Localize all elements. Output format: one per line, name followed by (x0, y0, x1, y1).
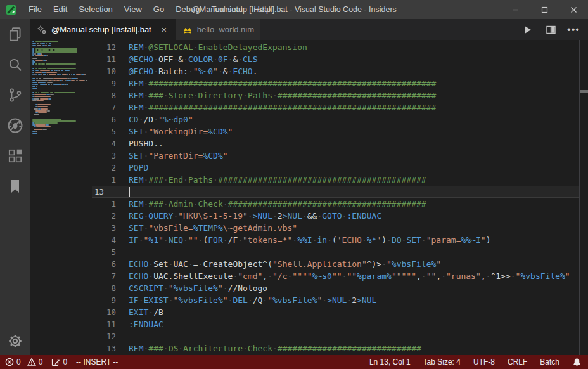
minimap-line-mark (71, 78, 77, 79)
code-line[interactable]: 13 (92, 186, 579, 198)
minimap-line-mark (32, 84, 34, 85)
code-text: SET·"WorkingDir=%CD%" (116, 126, 579, 138)
language-mode[interactable]: Batch (540, 358, 559, 366)
code-text (116, 186, 579, 198)
menu-item-edit[interactable]: Edit (48, 0, 73, 19)
code-line[interactable]: 10EXIT·/B (92, 306, 579, 318)
settings-button[interactable] (6, 332, 24, 350)
code-line[interactable]: 1REM·###·End·Paths·#####################… (92, 174, 579, 186)
bell-icon[interactable] (572, 358, 582, 367)
code-line[interactable]: 3SET·"vbsFile=%TEMP%\~getAdmin.vbs" (92, 222, 579, 234)
code-line[interactable]: 2REG·QUERY·"HKU\S-1-5-19"·>NUL·2>NUL·&&·… (92, 210, 579, 222)
minimap-line-mark (46, 63, 76, 65)
search-button[interactable] (6, 56, 24, 74)
debug-disabled-icon (6, 117, 24, 134)
minimap-line-mark (47, 55, 48, 56)
line-number: 9 (92, 77, 116, 89)
bookmark-icon (8, 179, 23, 194)
minimap-line-mark (32, 86, 35, 87)
tab-hello-world-nim[interactable]: hello_world.nim (176, 19, 260, 40)
code-line[interactable]: 12REM·@SETLOCAL·EnableDelayedExpansion (92, 41, 579, 53)
minimap-line-mark (35, 70, 39, 71)
code-line[interactable]: 6ECHO·Set·UAC·=·CreateObject^("Shell.App… (92, 258, 579, 270)
minimap-line-mark (41, 92, 49, 93)
code-text: SET·"vbsFile=%TEMP%\~getAdmin.vbs" (116, 222, 579, 234)
minimap-line-mark (55, 70, 58, 71)
run-button[interactable] (520, 22, 536, 38)
menu-item-selection[interactable]: Selection (73, 0, 118, 19)
code-line[interactable]: 12 (92, 330, 579, 342)
tab-manual-setup-install-bat[interactable]: @Manual setup [Install].bat × (30, 19, 176, 40)
minimap[interactable] (30, 40, 92, 355)
minimize-icon (512, 6, 519, 13)
extensions-button[interactable] (6, 147, 24, 165)
code-line[interactable]: 3SET·"ParentDir=%CD%" (92, 150, 579, 162)
line-number: 10 (92, 306, 116, 318)
line-number: 12 (92, 41, 116, 53)
problems-indicator[interactable]: 0 0 (5, 358, 42, 366)
source-control-icon (7, 87, 23, 103)
tab-size[interactable]: Tab Size: 4 (423, 358, 461, 366)
vscode-insiders-logo (6, 4, 16, 15)
code-line[interactable]: 5SET·"WorkingDir=%CD%" (92, 126, 579, 138)
code-line[interactable]: 1REM·###·Admin·Check·###################… (92, 198, 579, 210)
cursor-position[interactable]: Ln 13, Col 1 (369, 358, 411, 366)
code-line[interactable]: 11@ECHO·OFF·&·COLOR·0F·&·CLS (92, 53, 579, 65)
menu-item-help[interactable]: Help (248, 0, 277, 19)
minimap-line-mark (46, 45, 47, 46)
vertical-scrollbar[interactable] (579, 40, 588, 355)
close-button[interactable] (559, 0, 588, 19)
minimap-line-mark (46, 94, 50, 95)
source-control-button[interactable] (6, 86, 24, 104)
minimap-line-mark (77, 80, 78, 81)
status-bar: 0 0 0 -- INSERT -- Ln 13, Col 1 Tab Size… (0, 355, 588, 369)
minimap-line-mark (32, 68, 34, 69)
minimap-line-mark (62, 80, 63, 81)
minimap-line-mark (35, 68, 37, 69)
code-line[interactable]: 8REM·###·Store·Directory·Paths·#########… (92, 89, 579, 101)
menu-item-terminal[interactable]: Terminal (205, 0, 248, 19)
menu-item-file[interactable]: File (23, 0, 48, 19)
code-line[interactable]: 13REM·###·OS·Architecture·Check·########… (92, 342, 579, 354)
tab-close-button[interactable]: × (159, 25, 169, 35)
minimap-line-mark (73, 74, 75, 75)
maximize-button[interactable] (530, 0, 559, 19)
code-line[interactable]: 9REM·###################################… (92, 77, 579, 89)
code-line[interactable]: 9IF·EXIST·"%vbsFile%"·DEL·/Q·"%vbsFile%"… (92, 294, 579, 306)
split-editor-button[interactable] (542, 22, 559, 38)
vim-mode-indicator[interactable]: -- INSERT -- (76, 358, 118, 366)
minimap-line-mark (58, 70, 60, 71)
code-text: REM·####################################… (116, 77, 579, 89)
minimize-button[interactable] (501, 0, 530, 19)
minimap-line-mark (53, 84, 60, 85)
line-number: 7 (92, 270, 116, 282)
minimap-line-mark (37, 43, 39, 44)
minimap-line-mark (84, 80, 85, 81)
code-line[interactable]: 4PUSHD.. (92, 138, 579, 150)
code-line[interactable]: 5 (92, 246, 579, 258)
code-line[interactable]: 7ECHO·UAC.ShellExecute·"cmd",·"/c·""""%~… (92, 270, 579, 282)
menu-item-go[interactable]: Go (148, 0, 170, 19)
menu-item-view[interactable]: View (118, 0, 148, 19)
code-area[interactable]: 12REM·@SETLOCAL·EnableDelayedExpansion11… (92, 40, 579, 355)
eol-sequence[interactable]: CRLF (508, 358, 527, 366)
code-line[interactable]: 6CD·/D·"%~dp0" (92, 113, 579, 126)
bookmarks-button[interactable] (6, 178, 24, 195)
menu-item-debug[interactable]: Debug (170, 0, 205, 19)
minimap-line-mark (46, 84, 47, 85)
encoding[interactable]: UTF-8 (473, 358, 495, 366)
code-line[interactable]: 11:ENDUAC (92, 318, 579, 330)
debug-button[interactable] (6, 117, 24, 134)
code-line[interactable]: 4IF·"%1"·NEQ·""·(FOR·/F·"tokens=*"·%%I·i… (92, 234, 579, 246)
code-text: ECHO·UAC.ShellExecute·"cmd",·"/c·""""%~s… (116, 270, 579, 282)
code-line[interactable]: 10@ECHO·Batch:·"%~0"·&·ECHO. (92, 65, 579, 77)
code-line[interactable]: 8CSCRIPT·"%vbsFile%"·//Nologo (92, 282, 579, 294)
edits-indicator[interactable]: 0 (51, 358, 67, 366)
explorer-button[interactable] (6, 25, 24, 43)
minimap-line-mark (35, 49, 37, 51)
vscode-window: FileEditSelectionViewGoDebugTerminalHelp… (0, 0, 588, 369)
code-line[interactable]: 2POPD (92, 162, 579, 174)
more-actions-icon: ••• (567, 24, 580, 36)
code-line[interactable]: 7REM·###################################… (92, 101, 579, 113)
more-actions-button[interactable]: ••• (565, 22, 582, 38)
